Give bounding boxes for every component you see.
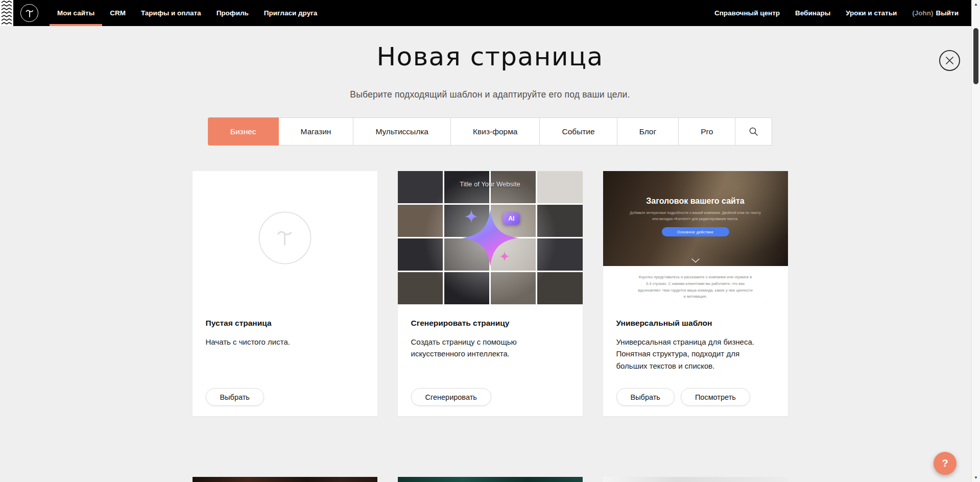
template-card-blank: Пустая страница Начать с чистого листа. … [193,171,377,416]
top-navbar: Мои сайты CRM Тарифы и оплата Профиль Пр… [0,0,980,26]
new-page-dialog: Новая страница Выберите подходящий шабло… [0,0,980,416]
tilda-logo[interactable] [20,4,38,22]
tab-event[interactable]: Событие [539,117,617,146]
template-site-title: Заголовок вашего сайта [603,171,788,206]
card-actions: Сгенерировать [411,388,491,406]
ai-preview: Title of Your Website AI [398,171,583,304]
card-info: Пустая страница Начать с чистого листа. … [193,304,377,416]
page-subtitle: Выберите подходящий шаблон и адаптируйте… [0,89,980,100]
page-title: Новая страница [0,43,980,71]
tab-multilink[interactable]: Мультиссылка [353,117,451,146]
preview-site-title: Title of Your Website [398,180,583,188]
card-info: Сгенерировать страницу Создать страницу … [398,304,583,416]
template-card-universal: Заголовок вашего сайта Добавьте интересн… [603,171,788,416]
select-universal-button[interactable]: Выбрать [616,388,675,406]
template-card-partial[interactable] [603,477,788,482]
card-description: Универсальная страница для бизнеса. Поня… [616,336,765,372]
close-icon [945,56,954,65]
tab-blog[interactable]: Блог [617,117,679,146]
scrollbar[interactable]: ▲ ▼ [971,0,980,482]
zigzag-decoration [0,0,13,26]
card-info: Универсальный шаблон Универсальная стран… [603,304,788,416]
nav-logout[interactable]: (John) Выйти [904,0,966,26]
template-category-tabs: Бизнес Магазин Мультиссылка Квиз-форма С… [208,117,773,146]
template-grid: Пустая страница Начать с чистого листа. … [0,171,980,416]
nav-tariffs[interactable]: Тарифы и оплата [133,0,209,26]
chevron-down-icon [691,258,700,263]
tilda-watermark-icon [258,211,311,264]
scroll-up-arrow[interactable]: ▲ [972,2,980,7]
sparkle-small-icon [499,251,510,261]
scrollbar-thumb[interactable] [973,28,978,84]
card-actions: Выбрать [206,388,264,406]
nav-profile[interactable]: Профиль [209,0,256,26]
template-body: Коротко представьтесь и расскажите о ком… [603,266,788,300]
main-nav: Мои сайты CRM Тарифы и оплата Профиль Пр… [50,0,325,26]
nav-help-center[interactable]: Справочный центр [707,0,787,26]
card-description: Начать с чистого листа. [206,336,354,348]
search-icon [749,127,758,136]
nav-my-sites[interactable]: Мои сайты [50,0,102,26]
card-title: Сгенерировать страницу [411,319,569,328]
template-body-text: Коротко представьтесь и расскажите о ком… [638,274,752,300]
template-card-ai: Title of Your Website AI [398,171,583,416]
template-site-subtitle: Добавьте интересные подробности о вашей … [629,210,762,222]
card-description: Создать страницу с помощью искусственног… [411,336,560,360]
tab-quiz-form[interactable]: Квиз-форма [450,117,540,146]
nav-crm[interactable]: CRM [102,0,133,26]
ai-sparkle-icon [462,209,519,267]
blank-preview [193,171,377,304]
template-card-partial[interactable] [193,477,377,482]
profile-name: (John) [912,9,933,17]
card-actions: Выбрать Посмотреть [616,388,750,406]
scroll-down-arrow[interactable]: ▼ [972,475,980,480]
app-window: Мои сайты CRM Тарифы и оплата Профиль Пр… [0,0,980,482]
template-cta-button: Основное действие [662,227,729,236]
card-title: Универсальный шаблон [616,319,775,328]
secondary-nav: Справочный центр Вебинары Уроки и статьи… [707,0,980,26]
tab-business[interactable]: Бизнес [208,117,279,146]
card-title: Пустая страница [206,319,364,328]
nav-webinars[interactable]: Вебинары [787,0,838,26]
generate-button[interactable]: Сгенерировать [411,388,491,406]
next-template-row [193,477,788,482]
view-universal-button[interactable]: Посмотреть [681,388,750,406]
help-button[interactable]: ? [934,452,957,475]
template-card-partial[interactable] [398,477,583,482]
logout-label: Выйти [936,9,959,17]
universal-preview: Заголовок вашего сайта Добавьте интересн… [603,171,788,304]
tab-pro[interactable]: Pro [678,117,735,146]
nav-lessons[interactable]: Уроки и статьи [838,0,904,26]
nav-invite-friend[interactable]: Пригласи друга [256,0,325,26]
tab-search[interactable] [735,117,772,146]
close-button[interactable] [939,50,960,71]
select-blank-button[interactable]: Выбрать [206,388,264,406]
template-hero: Заголовок вашего сайта Добавьте интересн… [603,171,788,266]
tab-store[interactable]: Магазин [278,117,354,146]
